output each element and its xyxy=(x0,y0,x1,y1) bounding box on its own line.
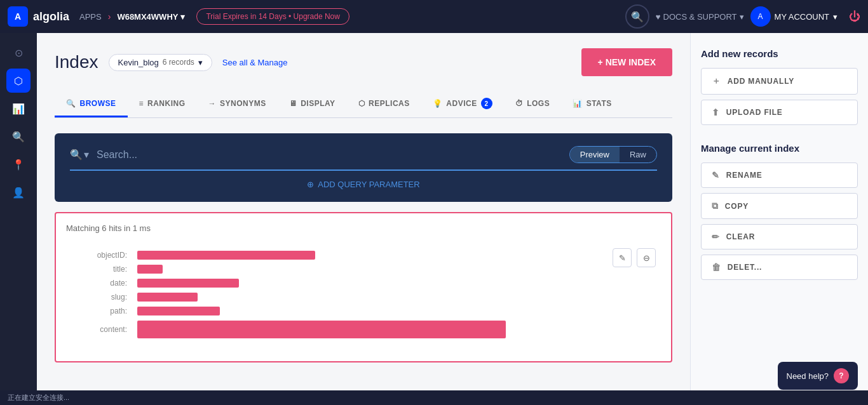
clear-icon: ✏ xyxy=(712,232,720,242)
tab-browse[interactable]: 🔍 BROWSE xyxy=(55,91,128,117)
status-bar: 正在建立安全连接... xyxy=(0,390,868,405)
edit-record-button[interactable]: ✎ xyxy=(613,248,632,267)
delete-record-button[interactable]: ⊖ xyxy=(637,248,656,267)
tab-replicas-label: REPLICAS xyxy=(369,99,410,108)
tab-synonyms-label: SYNONYMS xyxy=(220,99,266,108)
account-dropdown-icon: ▾ xyxy=(833,12,837,22)
see-all-manage-link[interactable]: See all & Manage xyxy=(222,58,288,67)
field-value-slug xyxy=(137,293,198,302)
field-label-objectid: objectID: xyxy=(76,251,127,260)
sidebar-item-analytics[interactable]: 📊 xyxy=(6,96,31,121)
preview-raw-toggle: Preview Raw xyxy=(569,146,657,163)
copy-button[interactable]: ⧉ COPY xyxy=(701,193,858,219)
logo[interactable]: A algolia xyxy=(8,6,69,27)
app-name-dropdown-icon: ▾ xyxy=(180,12,185,22)
search-icon: 🔍 xyxy=(70,149,83,161)
sidebar-item-home[interactable]: ⊙ xyxy=(6,41,31,65)
tab-logs[interactable]: ⏱ LOGS xyxy=(504,91,562,117)
sidebar-item-indices[interactable]: ⬡ xyxy=(6,69,31,93)
index-selector-dropdown-icon: ▾ xyxy=(198,58,203,67)
advice-icon: 💡 xyxy=(433,99,443,108)
global-search-button[interactable]: 🔍 xyxy=(625,4,649,29)
plus-icon: ＋ xyxy=(712,76,721,87)
tab-advice-label: ADVICE xyxy=(446,99,477,108)
edit-icon: ✎ xyxy=(712,170,720,180)
new-index-button[interactable]: + NEW INDEX xyxy=(581,48,672,76)
rename-button[interactable]: ✎ RENAME xyxy=(701,163,858,188)
plus-circle-icon: ⊕ xyxy=(307,180,314,189)
field-value-path xyxy=(137,307,220,315)
preview-toggle-button[interactable]: Preview xyxy=(570,147,620,163)
add-query-param-button[interactable]: ⊕ ADD QUERY PARAMETER xyxy=(70,171,657,189)
upload-file-button[interactable]: ⬆ UPLOAD FILE xyxy=(701,100,858,125)
field-date: date: xyxy=(76,279,651,288)
display-icon: 🖥 xyxy=(289,99,297,108)
tab-ranking[interactable]: ≡ RANKING xyxy=(128,91,197,117)
tab-stats-label: STATS xyxy=(587,99,612,108)
advice-badge: 2 xyxy=(481,98,492,109)
raw-toggle-button[interactable]: Raw xyxy=(620,147,656,163)
sidebar-item-location[interactable]: 📍 xyxy=(6,152,31,176)
search-filter-button[interactable]: 🔍 ▾ xyxy=(70,149,89,161)
power-icon[interactable]: ⏻ xyxy=(849,10,860,23)
field-label-title: title: xyxy=(76,265,127,274)
tab-display[interactable]: 🖥 DISPLAY xyxy=(278,91,347,117)
field-value-title xyxy=(137,265,163,274)
manage-index-title: Manage current index xyxy=(701,143,858,154)
field-title: title: xyxy=(76,265,651,274)
index-tabs: 🔍 BROWSE ≡ RANKING → SYNONYMS 🖥 DISPLAY … xyxy=(55,91,672,118)
main-content: Index Kevin_blog 6 records ▾ See all & M… xyxy=(37,33,690,405)
record-actions: ✎ ⊖ xyxy=(613,248,656,267)
tab-replicas[interactable]: ⬡ REPLICAS xyxy=(347,91,421,117)
delete-button[interactable]: 🗑 DELET... xyxy=(701,255,858,280)
field-label-path: path: xyxy=(76,307,127,315)
account-menu[interactable]: A MY ACCOUNT ▾ xyxy=(750,6,837,27)
stats-icon: 📊 xyxy=(573,99,583,108)
results-summary: Matching 6 hits in 1 ms xyxy=(66,223,661,233)
upload-icon: ⬆ xyxy=(712,107,720,117)
sidebar-item-search[interactable]: 🔍 xyxy=(6,124,31,149)
help-icon: ? xyxy=(834,368,849,383)
trial-upgrade-button[interactable]: Trial Expires in 14 Days • Upgrade Now xyxy=(196,8,349,25)
help-text: Need help? xyxy=(787,371,829,381)
synonyms-icon: → xyxy=(208,99,217,108)
sidebar-item-team[interactable]: 👤 xyxy=(6,180,31,204)
tab-synonyms[interactable]: → SYNONYMS xyxy=(197,91,278,117)
tab-advice[interactable]: 💡 ADVICE 2 xyxy=(421,91,504,117)
account-icon: A xyxy=(750,6,771,27)
index-selector[interactable]: Kevin_blog 6 records ▾ xyxy=(109,54,212,71)
field-label-date: date: xyxy=(76,279,127,288)
browse-icon: 🔍 xyxy=(66,99,76,108)
field-objectid: objectID: xyxy=(76,251,651,260)
page-title: Index xyxy=(55,52,98,72)
search-input[interactable] xyxy=(97,149,562,161)
tab-logs-label: LOGS xyxy=(527,99,550,108)
add-records-section: Add new records ＋ ADD MANUALLY ⬆ UPLOAD … xyxy=(701,48,858,125)
ranking-icon: ≡ xyxy=(139,99,144,108)
search-area: 🔍 ▾ Preview Raw ⊕ ADD QUERY PARAMETER xyxy=(55,133,672,202)
field-label-content: content: xyxy=(76,325,127,334)
help-bubble[interactable]: Need help? ? xyxy=(778,362,858,390)
add-manually-button[interactable]: ＋ ADD MANUALLY xyxy=(701,68,858,95)
docs-dropdown-icon: ▾ xyxy=(740,12,744,22)
heart-icon: ♥ xyxy=(656,12,661,22)
logo-text: algolia xyxy=(33,10,69,23)
tab-browse-label: BROWSE xyxy=(80,99,116,108)
copy-icon: ⧉ xyxy=(712,201,719,211)
field-label-slug: slug: xyxy=(76,293,127,302)
apps-link[interactable]: APPS xyxy=(79,12,102,22)
page-header-left: Index Kevin_blog 6 records ▾ See all & M… xyxy=(55,52,287,72)
field-content: content: xyxy=(76,321,651,338)
field-value-date xyxy=(137,279,239,288)
app-name[interactable]: W68MX4WWHY ▾ xyxy=(117,12,185,22)
tab-stats[interactable]: 📊 STATS xyxy=(561,91,623,117)
docs-support-link[interactable]: ♥ DOCS & SUPPORT ▾ xyxy=(656,12,744,22)
index-name: Kevin_blog xyxy=(118,58,159,67)
record-card: ✎ ⊖ objectID: title: date: slug: path: xyxy=(66,243,661,351)
tab-ranking-label: RANKING xyxy=(147,99,186,108)
logs-icon: ⏱ xyxy=(515,99,524,108)
field-value-objectid xyxy=(137,251,315,260)
clear-button[interactable]: ✏ CLEAR xyxy=(701,224,858,249)
manage-index-section: Manage current index ✎ RENAME ⧉ COPY ✏ C… xyxy=(701,143,858,280)
results-area: Matching 6 hits in 1 ms ✎ ⊖ objectID: ti… xyxy=(55,212,672,362)
